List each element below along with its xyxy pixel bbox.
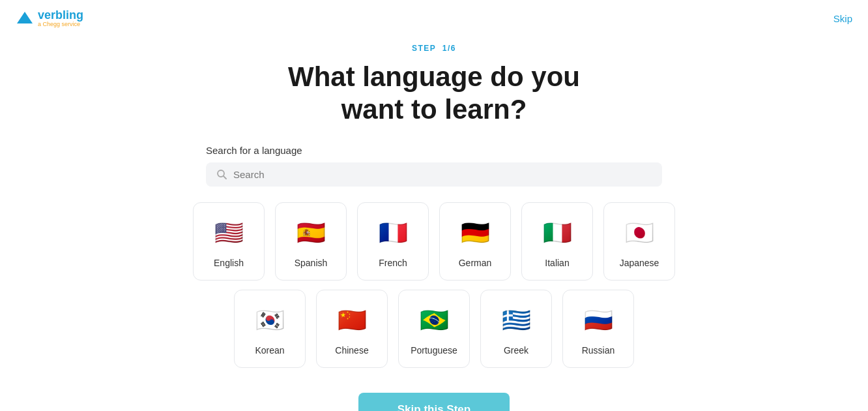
language-card-english[interactable]: 🇺🇸English (193, 202, 265, 281)
main-content: STEP 1/6 What language do you want to le… (0, 37, 868, 411)
flag-greek: 🇬🇷 (498, 302, 534, 339)
language-card-japanese[interactable]: 🇯🇵Japanese (603, 202, 675, 281)
flag-german: 🇩🇪 (457, 215, 493, 251)
flag-italian: 🇮🇹 (539, 215, 575, 251)
language-card-german[interactable]: 🇩🇪German (439, 202, 511, 281)
search-box (206, 162, 662, 187)
lang-name-french: French (379, 258, 407, 268)
lang-name-chinese: Chinese (335, 345, 368, 356)
page-title: What language do you want to learn? (288, 61, 580, 127)
step-word: STEP (412, 44, 442, 53)
flag-japanese: 🇯🇵 (621, 215, 658, 251)
language-card-portuguese[interactable]: 🇧🇷Portuguese (398, 290, 470, 368)
flag-spanish: 🇪🇸 (293, 215, 329, 251)
page-header: verbling a Chegg service Skip (0, 0, 868, 37)
lang-name-italian: Italian (545, 258, 569, 268)
lang-name-korean: Korean (255, 345, 284, 356)
logo-sub: a Chegg service (38, 21, 83, 28)
lang-name-russian: Russian (582, 345, 615, 356)
title-line2: want to learn? (341, 94, 527, 125)
search-input[interactable] (233, 169, 652, 180)
flag-russian: 🇷🇺 (580, 302, 616, 339)
verbling-logo-icon (16, 9, 34, 27)
language-card-chinese[interactable]: 🇨🇳Chinese (316, 290, 388, 368)
language-card-korean[interactable]: 🇰🇷Korean (234, 290, 306, 368)
language-card-spanish[interactable]: 🇪🇸Spanish (275, 202, 347, 281)
svg-line-2 (224, 176, 226, 179)
flag-korean: 🇰🇷 (252, 302, 288, 339)
flag-portuguese: 🇧🇷 (416, 302, 452, 339)
language-row-2: 🇰🇷Korean🇨🇳Chinese🇧🇷Portuguese🇬🇷Greek🇷🇺Ru… (234, 290, 634, 368)
lang-name-greek: Greek (504, 345, 528, 356)
svg-marker-0 (17, 12, 33, 23)
lang-name-portuguese: Portuguese (411, 345, 457, 356)
flag-english: 🇺🇸 (210, 215, 247, 251)
language-card-italian[interactable]: 🇮🇹Italian (521, 202, 593, 281)
logo-text: verbling a Chegg service (38, 9, 83, 28)
lang-name-japanese: Japanese (620, 258, 659, 268)
language-card-greek[interactable]: 🇬🇷Greek (480, 290, 552, 368)
language-row-1: 🇺🇸English🇪🇸Spanish🇫🇷French🇩🇪German🇮🇹Ital… (193, 202, 675, 281)
skip-link[interactable]: Skip (833, 13, 852, 24)
flag-chinese: 🇨🇳 (334, 302, 370, 339)
step-indicator: STEP 1/6 (412, 44, 456, 53)
skip-step-button[interactable]: Skip this Step (358, 393, 510, 411)
search-icon (216, 169, 227, 179)
lang-name-spanish: Spanish (295, 258, 328, 268)
lang-name-english: English (214, 258, 244, 268)
search-label: Search for a language (206, 145, 662, 156)
search-section: Search for a language (206, 145, 662, 187)
lang-name-german: German (459, 258, 492, 268)
title-line1: What language do you (288, 61, 580, 92)
flag-french: 🇫🇷 (375, 215, 411, 251)
step-number: 1/6 (442, 44, 456, 53)
language-card-french[interactable]: 🇫🇷French (357, 202, 429, 281)
language-card-russian[interactable]: 🇷🇺Russian (562, 290, 634, 368)
logo: verbling a Chegg service (16, 9, 83, 28)
logo-name: verbling (38, 9, 83, 21)
